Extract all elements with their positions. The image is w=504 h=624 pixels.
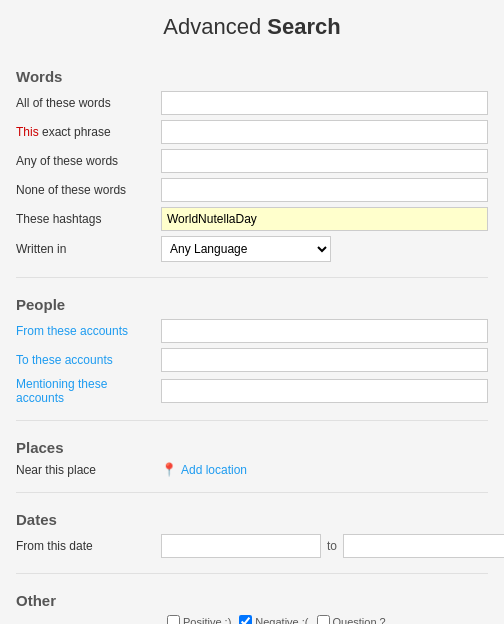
question-checkbox[interactable] <box>317 615 330 624</box>
words-section-title: Words <box>16 68 488 85</box>
any-words-row: Any of these words <box>16 149 488 173</box>
people-section-title: People <box>16 296 488 313</box>
add-location-text: Add location <box>181 463 247 477</box>
divider-2 <box>16 420 488 421</box>
exact-phrase-row: This exact phrase <box>16 120 488 144</box>
exact-phrase-input[interactable] <box>161 120 488 144</box>
any-words-input[interactable] <box>161 149 488 173</box>
hashtags-label: These hashtags <box>16 212 161 226</box>
from-accounts-input[interactable] <box>161 319 488 343</box>
hashtags-row: These hashtags <box>16 207 488 231</box>
to-accounts-input[interactable] <box>161 348 488 372</box>
add-location-link[interactable]: 📍 Add location <box>161 462 247 477</box>
all-words-row: All of these words <box>16 91 488 115</box>
date-inputs: to <box>161 534 504 558</box>
date-to-label: to <box>327 539 337 553</box>
language-select[interactable]: Any Language English Spanish French Germ… <box>161 236 331 262</box>
divider-1 <box>16 277 488 278</box>
none-words-input[interactable] <box>161 178 488 202</box>
none-words-label: None of these words <box>16 183 161 197</box>
header-title-bold: Search <box>267 14 340 39</box>
to-accounts-row: To these accounts <box>16 348 488 372</box>
to-accounts-label: To these accounts <box>16 353 161 367</box>
other-row: Select: Positive :) Negative :( Question… <box>16 615 488 624</box>
page-header: Advanced Search <box>0 0 504 56</box>
people-section: People From these accounts To these acco… <box>0 284 504 414</box>
exact-phrase-label-this: This <box>16 125 39 139</box>
from-date-label: From this date <box>16 539 161 553</box>
words-section: Words All of these words This exact phra… <box>0 56 504 271</box>
dates-section-title: Dates <box>16 511 488 528</box>
language-label: Written in <box>16 242 161 256</box>
mentioning-accounts-label: Mentioning these accounts <box>16 377 161 405</box>
near-place-row: Near this place 📍 Add location <box>16 462 488 477</box>
negative-label: Negative :( <box>255 616 308 625</box>
places-section: Places Near this place 📍 Add location <box>0 427 504 486</box>
hashtags-input[interactable] <box>161 207 488 231</box>
any-words-label: Any of these words <box>16 154 161 168</box>
other-section-title: Other <box>16 592 488 609</box>
all-words-input[interactable] <box>161 91 488 115</box>
page: Advanced Search Words All of these words… <box>0 0 504 624</box>
date-row: From this date to <box>16 534 488 558</box>
near-place-label: Near this place <box>16 463 161 477</box>
negative-checkbox[interactable] <box>239 615 252 624</box>
checkboxes-container: Positive :) Negative :( Question ? Inclu… <box>167 615 488 624</box>
divider-3 <box>16 492 488 493</box>
exact-phrase-label: This exact phrase <box>16 125 161 139</box>
mentioning-accounts-input[interactable] <box>161 379 488 403</box>
dates-section: Dates From this date to <box>0 499 504 567</box>
header-title-normal: Advanced <box>163 14 267 39</box>
positive-checkbox[interactable] <box>167 615 180 624</box>
language-row: Written in Any Language English Spanish … <box>16 236 488 262</box>
divider-4 <box>16 573 488 574</box>
from-accounts-label: From these accounts <box>16 324 161 338</box>
question-checkbox-item[interactable]: Question ? <box>317 615 386 624</box>
none-words-row: None of these words <box>16 178 488 202</box>
from-date-input[interactable] <box>161 534 321 558</box>
to-date-input[interactable] <box>343 534 504 558</box>
positive-label: Positive :) <box>183 616 231 625</box>
positive-checkbox-item[interactable]: Positive :) <box>167 615 231 624</box>
other-section: Other Select: Positive :) Negative :( Qu… <box>0 580 504 624</box>
places-section-title: Places <box>16 439 488 456</box>
pin-icon: 📍 <box>161 462 177 477</box>
from-accounts-row: From these accounts <box>16 319 488 343</box>
mentioning-accounts-row: Mentioning these accounts <box>16 377 488 405</box>
all-words-label: All of these words <box>16 96 161 110</box>
negative-checkbox-item[interactable]: Negative :( <box>239 615 308 624</box>
exact-phrase-label-rest: exact phrase <box>39 125 111 139</box>
question-label: Question ? <box>333 616 386 625</box>
